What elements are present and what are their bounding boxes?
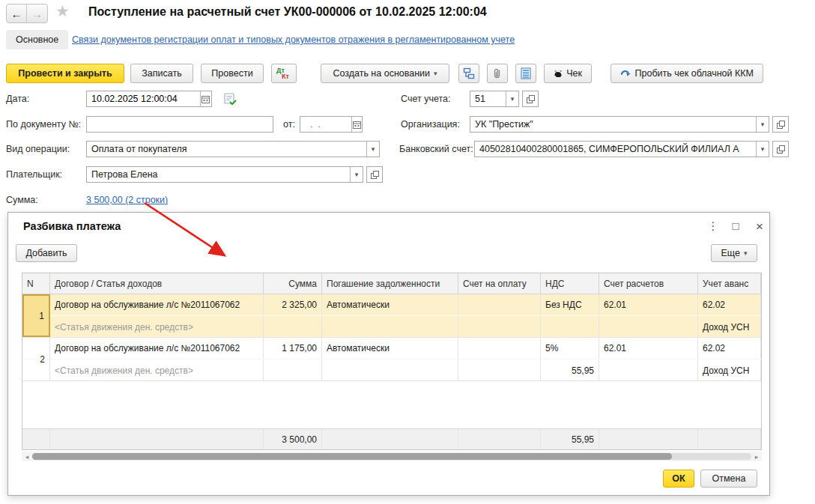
check-receipt-button[interactable]: Чек [544, 64, 592, 83]
amount-split-link[interactable]: 3 500,00 (2 строки) [86, 195, 168, 205]
ok-button[interactable]: ОК [663, 470, 694, 488]
chevron-down-icon[interactable]: ▾ [756, 117, 769, 132]
total-amount-cell: 3 500,00 [264, 429, 322, 449]
chevron-down-icon: ▾ [744, 249, 748, 257]
payer-open-button[interactable] [366, 166, 383, 183]
cancel-button[interactable]: Отмена [700, 470, 757, 488]
date-field[interactable] [86, 91, 212, 107]
row-number-cell[interactable]: 1 [22, 294, 50, 337]
curved-arrow-icon [620, 68, 631, 79]
doc-date-field[interactable] [300, 116, 363, 133]
payment-split-dialog: Разбивка платежа ⋮ □ × Добавить Еще ▾ N … [7, 212, 770, 496]
scrollbar-thumb[interactable] [32, 453, 672, 460]
advance-income-cell[interactable]: Доход УСН [698, 359, 761, 381]
contract-cell[interactable]: Договор на обслуживание л/с №2011067062 [50, 294, 264, 315]
repayment-cell[interactable]: Автоматически [322, 338, 458, 359]
ledger-account-combo[interactable]: 51 ▾ [470, 91, 519, 107]
date-label: Дата: [6, 94, 29, 104]
cloud-kkm-button[interactable]: Пробить чек облачной ККМ [611, 64, 763, 83]
bank-account-combo[interactable]: 40502810400280001865, СИМФЕРОПОЛЬСКИЙ ФИ… [474, 141, 769, 157]
page-title: Поступление на расчетный счет УК00-00000… [88, 5, 487, 19]
chevron-down-icon[interactable]: ▾ [350, 167, 363, 182]
ledger-account-open-button[interactable] [522, 91, 539, 107]
post-button[interactable]: Провести [201, 64, 264, 83]
doc-number-input[interactable] [87, 117, 273, 132]
create-based-on-button[interactable]: Создать на основании ▾ [321, 64, 449, 83]
more-button[interactable]: Еще ▾ [711, 244, 757, 262]
chevron-down-icon[interactable]: ▾ [506, 91, 518, 106]
save-button[interactable]: Записать [130, 64, 193, 83]
favorite-star-icon[interactable]: ★ [55, 2, 70, 20]
organization-open-button[interactable] [772, 116, 789, 133]
calendar-icon[interactable] [200, 91, 211, 106]
doc-number-field[interactable] [86, 116, 273, 133]
col-header-n: N [22, 273, 50, 294]
table-totals-row: 3 500,00 55,95 [22, 428, 761, 449]
chevron-down-icon[interactable]: ▾ [756, 142, 769, 157]
contract-cell[interactable]: Договор на обслуживание л/с №2011067062 [50, 338, 264, 359]
amount-cell[interactable]: 1 175,00 [264, 338, 322, 359]
row-number-cell[interactable]: 2 [22, 338, 50, 380]
tab-main[interactable]: Основное [6, 30, 68, 49]
operation-type-combo[interactable]: Оплата от покупателя ▾ [86, 141, 380, 157]
cash-flow-item-cell[interactable]: <Статья движения ден. средств> [50, 359, 264, 381]
structure-icon [463, 67, 475, 79]
posted-indicator-icon [223, 92, 237, 106]
table-header-row: N Договор / Статья доходов Сумма Погашен… [22, 273, 761, 294]
date-input[interactable] [87, 91, 200, 106]
vat-cell[interactable]: 5% [541, 338, 599, 359]
report-list-button[interactable] [515, 64, 536, 83]
settlement-account-cell[interactable]: 62.01 [599, 338, 698, 359]
repayment-cell[interactable]: Автоматически [322, 294, 458, 315]
amount-cell[interactable]: 2 325,00 [264, 294, 322, 315]
scroll-right-icon[interactable]: ▸ [751, 453, 762, 461]
close-icon[interactable]: × [751, 219, 768, 234]
advance-account-cell[interactable]: 62.02 [698, 338, 761, 359]
table-row[interactable]: 2 Договор на обслуживание л/с №201106706… [22, 338, 761, 381]
document-structure-button[interactable] [458, 64, 479, 83]
scrollbar-track[interactable] [32, 453, 751, 460]
table-row[interactable]: 1 Договор на обслуживание л/с №201106706… [22, 294, 761, 338]
dialog-title: Разбивка платежа [23, 220, 121, 232]
organization-combo[interactable]: УК "Престиж" ▾ [470, 116, 769, 133]
organization-label: Организация: [401, 119, 460, 130]
post-and-close-button[interactable]: Провести и закрыть [6, 64, 124, 83]
advance-income-cell[interactable]: Доход УСН [698, 316, 761, 338]
add-row-button[interactable]: Добавить [16, 244, 77, 262]
calendar-icon[interactable] [351, 117, 362, 132]
dialog-menu-icon[interactable]: ⋮ [705, 219, 721, 233]
table-empty-area [22, 381, 761, 428]
organization-value: УК "Престиж" [470, 117, 756, 132]
chevron-down-icon: ▾ [434, 70, 437, 77]
vat-amount-cell[interactable] [541, 316, 599, 338]
doc-date-from-label: от: [283, 119, 295, 130]
attachments-button[interactable] [487, 64, 508, 83]
invoice-cell[interactable] [458, 294, 541, 315]
invoice-cell[interactable] [458, 338, 541, 359]
vat-amount-cell[interactable]: 55,95 [541, 359, 599, 381]
vat-cell[interactable]: Без НДС [541, 294, 599, 315]
related-documents-link[interactable]: Связи документов регистрации оплат и тип… [72, 34, 515, 45]
maximize-icon[interactable]: □ [727, 219, 744, 232]
credit-label: Кт [282, 73, 289, 80]
cash-register-icon [554, 68, 563, 79]
scroll-left-icon[interactable]: ◂ [22, 453, 32, 461]
payer-value: Петрова Елена [87, 167, 350, 182]
bank-account-open-button[interactable] [772, 141, 789, 157]
open-icon [371, 171, 379, 179]
col-header-repayment: Погашение задолженности [322, 273, 458, 294]
doc-date-input[interactable] [300, 117, 351, 132]
payer-label: Плательщик: [6, 169, 62, 180]
advance-account-cell[interactable]: 62.02 [698, 294, 761, 315]
create-based-on-label: Создать на основании [333, 68, 430, 79]
open-icon [527, 95, 535, 103]
settlement-account-cell[interactable]: 62.01 [599, 294, 698, 315]
chevron-down-icon[interactable]: ▾ [366, 142, 379, 157]
forward-arrow-icon[interactable]: → [27, 4, 47, 22]
dtkt-postings-button[interactable]: Дт Кт [271, 64, 297, 83]
cash-flow-item-cell[interactable]: <Статья движения ден. средств> [50, 316, 264, 338]
payer-combo[interactable]: Петрова Елена ▾ [86, 166, 363, 183]
horizontal-scrollbar[interactable]: ◂ ▸ [22, 452, 762, 461]
col-header-vat: НДС [541, 273, 599, 294]
back-arrow-icon[interactable]: ← [7, 4, 27, 22]
